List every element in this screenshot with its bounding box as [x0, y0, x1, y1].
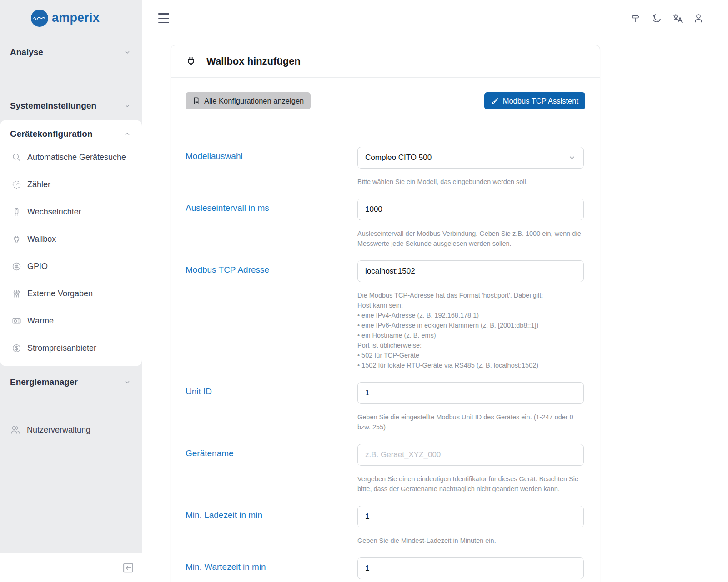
heat-icon — [11, 316, 21, 326]
meter-icon — [11, 179, 21, 189]
field-label: Min. Wartezeit in min — [186, 557, 357, 582]
field-help: Geben Sie die eingestellte Modbus Unit I… — [357, 412, 584, 432]
sidebar-item-waerme[interactable]: Wärme — [0, 307, 142, 334]
currency-icon — [11, 343, 21, 353]
sidebar: amperix Analyse Systemeinstellungen Gerä… — [0, 0, 142, 582]
main-area: Wallbox hinzufügen Alle Konfigurationen … — [142, 0, 728, 582]
signpost-icon[interactable] — [630, 12, 642, 24]
field-label: Gerätename — [186, 444, 357, 494]
sidebar-collapse-button[interactable] — [122, 561, 136, 575]
field-help: Die Modbus TCP-Adresse hat das Format 'h… — [357, 290, 584, 370]
users-icon — [10, 424, 21, 435]
field-help: Ausleseintervall der Modbus-Verbindung. … — [357, 229, 584, 249]
field-label: Min. Ladezeit in min — [186, 506, 357, 546]
topbar — [142, 0, 728, 36]
ausleseintervall-input[interactable] — [357, 199, 584, 220]
moon-icon[interactable] — [651, 12, 663, 24]
card-header: Wallbox hinzufügen — [171, 45, 600, 78]
sidebar-item-automatische-geraetesuche[interactable]: Automatische Gerätesuche — [0, 144, 142, 171]
sliders-icon — [11, 289, 21, 298]
model-select-value: Compleo CITO 500 — [365, 153, 432, 162]
sidebar-item-externe-vorgaben[interactable]: Externe Vorgaben — [0, 280, 142, 307]
sidebar-section-energiemanager[interactable]: Energiemanager — [0, 373, 142, 391]
sidebar-section-geraetekonfiguration[interactable]: Gerätekonfiguration — [0, 124, 142, 144]
sidebar-item-zaehler[interactable]: Zähler — [0, 171, 142, 198]
brush-icon — [491, 97, 499, 105]
sidebar-item-nutzerverwaltung[interactable]: Nutzerverwaltung — [0, 419, 142, 441]
form-row-unit-id: Unit ID Geben Sie die eingestellte Modbu… — [186, 382, 585, 432]
sidebar-item-strompreisanbieter[interactable]: Strompreisanbieter — [0, 334, 142, 362]
inverter-icon — [11, 207, 21, 217]
field-help: Vergeben Sie einen eindeutigen Identifik… — [357, 474, 584, 494]
topbar-actions — [630, 12, 704, 24]
unit-id-input[interactable] — [357, 382, 584, 404]
form-row-modbus-tcp-adresse: Modbus TCP Adresse Die Modbus TCP-Adress… — [186, 260, 585, 370]
actions-row: Alle Konfigurationen anzeigen Modbus TCP… — [186, 92, 585, 109]
search-icon — [11, 152, 21, 162]
wallbox-add-card: Wallbox hinzufügen Alle Konfigurationen … — [171, 45, 600, 582]
chevron-down-icon — [124, 49, 131, 56]
show-all-configurations-button[interactable]: Alle Konfigurationen anzeigen — [186, 92, 311, 109]
sidebar-item-gpio[interactable]: GPIO — [0, 253, 142, 280]
card-body: Alle Konfigurationen anzeigen Modbus TCP… — [171, 78, 600, 582]
chevron-down-icon — [124, 378, 131, 386]
menu-toggle-button[interactable] — [158, 13, 171, 23]
sidebar-item-wallbox[interactable]: Wallbox — [0, 225, 142, 253]
chevron-down-icon — [124, 102, 131, 109]
chevron-up-icon — [124, 130, 131, 138]
sidebar-expanded-group: Gerätekonfiguration Automatische Gerätes… — [0, 120, 142, 366]
geraetename-input[interactable] — [357, 444, 584, 466]
sidebar-item-wechselrichter[interactable]: Wechselrichter — [0, 198, 142, 225]
page-title: Wallbox hinzufügen — [206, 55, 301, 67]
form-row-geraetename: Gerätename Vergeben Sie einen eindeutige… — [186, 444, 585, 494]
form-row-ausleseintervall: Ausleseintervall in ms Ausleseintervall … — [186, 199, 585, 249]
brand-name: amperix — [52, 11, 100, 25]
form-row-min-wartezeit: Min. Wartezeit in min Geben Sie die Wart… — [186, 557, 585, 582]
plug-icon — [186, 55, 196, 67]
form-row-modellauswahl: Modellauswahl Compleo CITO 500 Bitte wäh… — [186, 147, 585, 187]
sidebar-section-systemeinstellungen[interactable]: Systemeinstellungen — [0, 97, 142, 114]
modbus-tcp-adresse-input[interactable] — [357, 260, 584, 282]
field-help: Bitte wählen Sie ein Modell, das eingebu… — [357, 177, 584, 187]
model-select[interactable]: Compleo CITO 500 — [357, 147, 584, 169]
field-label: Unit ID — [186, 382, 357, 432]
chevron-down-icon — [568, 154, 576, 162]
sidebar-footer — [0, 553, 142, 582]
field-label: Modbus TCP Adresse — [186, 260, 357, 370]
min-wartezeit-input[interactable] — [357, 557, 584, 579]
translate-icon[interactable] — [672, 12, 683, 24]
gpio-icon — [11, 261, 21, 271]
user-icon[interactable] — [693, 12, 704, 24]
sidebar-nav: Analyse Systemeinstellungen Gerätekonfig… — [0, 36, 142, 553]
plug-icon — [11, 234, 21, 244]
form-row-min-ladezeit: Min. Ladezeit in min Geben Sie die Minde… — [186, 506, 585, 546]
amperix-logo-icon — [31, 10, 48, 27]
sidebar-section-analyse[interactable]: Analyse — [0, 44, 142, 61]
modbus-tcp-assistant-button[interactable]: Modbus TCP Assistent — [484, 92, 585, 109]
field-help: Geben Sie die Mindest-Ladezeit in Minute… — [357, 536, 584, 546]
min-ladezeit-input[interactable] — [357, 506, 584, 527]
document-icon — [192, 97, 201, 105]
field-label: Modellauswahl — [186, 147, 357, 187]
brand-logo[interactable]: amperix — [0, 0, 142, 36]
field-label: Ausleseintervall in ms — [186, 199, 357, 249]
